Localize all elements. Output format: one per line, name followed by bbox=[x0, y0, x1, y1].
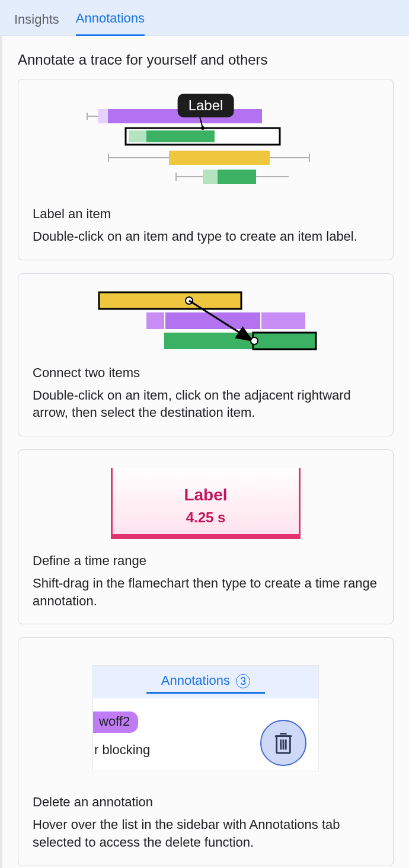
tab-annotations[interactable]: Annotations bbox=[76, 11, 145, 36]
delete-annotation-button[interactable] bbox=[260, 720, 306, 766]
illustration-time-range: Label 4.25 s bbox=[33, 462, 379, 545]
annotations-mini-panel-title: Annotations bbox=[161, 673, 230, 688]
annotations-mini-panel-body: woff2 r blocking bbox=[93, 698, 318, 771]
illustration-connect bbox=[33, 286, 379, 357]
svg-rect-6 bbox=[146, 130, 215, 142]
svg-rect-21 bbox=[146, 312, 164, 329]
page-title: Annotate a trace for yourself and others bbox=[18, 52, 394, 68]
annotations-mini-panel-count: 3 bbox=[236, 674, 250, 688]
svg-rect-5 bbox=[129, 130, 146, 142]
svg-rect-23 bbox=[261, 312, 305, 329]
card-delete: Annotations 3 woff2 r blocking bbox=[18, 637, 394, 866]
illustration-delete: Annotations 3 woff2 r blocking bbox=[33, 650, 379, 786]
card-time-range-desc: Shift-drag in the flamechart then type t… bbox=[33, 575, 379, 609]
svg-rect-24 bbox=[164, 333, 253, 349]
time-range-label: Label bbox=[113, 486, 299, 505]
svg-point-28 bbox=[251, 337, 258, 344]
tab-insights[interactable]: Insights bbox=[14, 12, 59, 36]
card-label-item-desc: Double-click on an item and type to crea… bbox=[33, 228, 379, 245]
card-label-item-title: Label an item bbox=[33, 206, 379, 222]
card-time-range-title: Define a time range bbox=[33, 553, 379, 569]
trash-icon bbox=[273, 731, 293, 755]
card-connect-desc: Double-click on an item, click on the ad… bbox=[33, 387, 379, 422]
svg-point-18 bbox=[201, 126, 204, 130]
card-delete-desc: Hover over the list in the sidebar with … bbox=[33, 816, 379, 851]
card-connect: Connect two items Double-click on an ite… bbox=[18, 273, 394, 436]
card-delete-title: Delete an annotation bbox=[33, 794, 379, 810]
tab-bar: Insights Annotations bbox=[0, 0, 409, 36]
svg-rect-16 bbox=[218, 170, 256, 184]
annotations-mini-panel: Annotations 3 woff2 r blocking bbox=[92, 665, 319, 772]
card-time-range: Label 4.25 s Define a time range Shift-d… bbox=[18, 449, 394, 624]
svg-rect-20 bbox=[99, 292, 241, 309]
page-body: Annotate a trace for yourself and others bbox=[0, 36, 409, 868]
svg-rect-11 bbox=[169, 151, 270, 165]
annotation-item-pill: woff2 bbox=[93, 711, 138, 733]
time-range-value: 4.25 s bbox=[113, 509, 299, 526]
illustration-label-item: Label bbox=[33, 91, 379, 198]
svg-rect-25 bbox=[253, 333, 316, 349]
card-label-item: Label Label an item Double-click on an i… bbox=[18, 79, 394, 260]
annotations-mini-panel-header: Annotations 3 bbox=[93, 666, 318, 699]
label-tooltip: Label bbox=[178, 94, 234, 117]
card-connect-title: Connect two items bbox=[33, 365, 379, 381]
